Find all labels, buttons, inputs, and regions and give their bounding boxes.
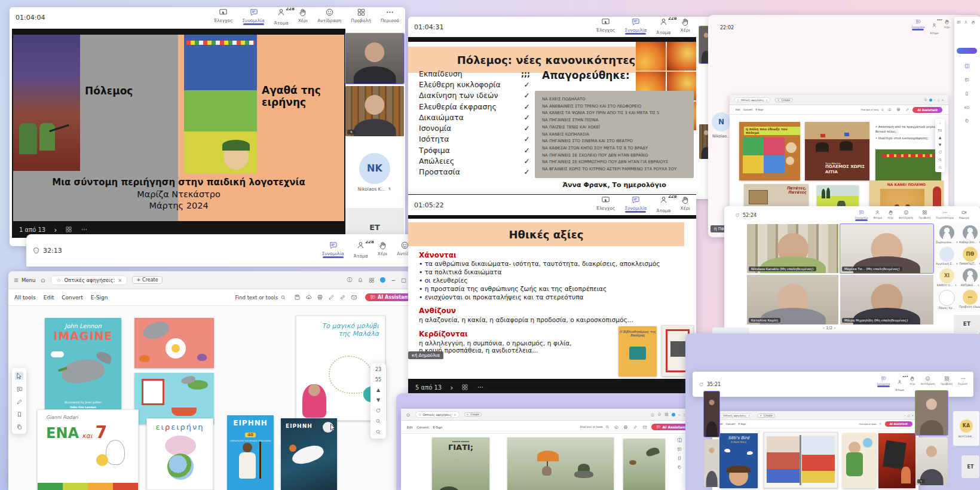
chat-button[interactable]: Συνομιλία [911,19,924,30]
print-icon[interactable] [317,294,323,301]
camera-button[interactable]: Κάμερα [959,210,969,221]
link-icon[interactable] [339,294,346,301]
maximize-button[interactable]: ▢ [908,414,910,417]
bell-icon[interactable] [657,412,662,416]
maximize-button[interactable]: ▢ [938,99,940,102]
copy-icon[interactable] [964,118,969,123]
video-pagination[interactable]: ‹ 1/2 [917,480,927,485]
roster-participant[interactable]: Πάνος Κρ... [936,290,958,310]
convert-button[interactable]: Convert [726,422,736,425]
reaction-button[interactable]: Αντίδραση [899,210,913,221]
esign-button[interactable]: E-Sign [91,295,108,301]
page-up-button[interactable]: ▲ [939,136,941,139]
bookmark-icon[interactable] [677,456,682,461]
reaction-button[interactable]: Αντίδραση [317,8,341,25]
menu-button[interactable]: Menu [13,277,35,283]
expand-panel-icon[interactable] [964,63,970,69]
home-icon[interactable] [40,277,46,283]
raise-hand-button[interactable]: Χέρι [887,210,893,221]
page-down-button[interactable]: ▼ [939,143,941,146]
esign-button[interactable]: E-Sign [433,425,442,429]
participant-tile-et[interactable]: ET [954,315,980,333]
view-button[interactable]: Προβολή [351,8,371,25]
share-control-button[interactable]: Έλεγχος [596,17,615,35]
view-button[interactable]: Προβολή [941,376,953,387]
comment-icon[interactable] [677,447,682,452]
comment-tool-icon[interactable] [16,386,23,393]
raise-hand-button[interactable]: Χέρι [944,19,950,30]
more-button[interactable]: Περισσότερα [936,210,954,221]
next-page-button[interactable]: › [54,225,57,234]
roster-participant[interactable]: XIΧΑΜΟΥ Ο... [936,268,958,287]
minimize-button[interactable]: − [904,414,906,417]
find-tools[interactable]: Find text or tools [859,422,881,425]
minimize-button[interactable]: − [678,413,681,416]
create-tab-button[interactable]: +Create [775,98,793,102]
more-button[interactable]: Περισσ [958,376,967,387]
share-control-button[interactable]: Έλεγχος [214,8,233,25]
grid-view-icon[interactable] [461,384,468,391]
webcam-strip-light[interactable] [704,439,719,487]
bell-icon[interactable] [924,98,927,102]
minimize-button[interactable]: − [391,277,396,283]
webcam-strip-dark[interactable] [704,391,719,437]
webcam-katolina[interactable]: Κατολίνα Καρλή [747,275,838,324]
more-options-icon[interactable] [477,384,484,391]
select-tool-icon[interactable] [15,372,23,380]
participant-tile-et[interactable]: ET [961,455,979,478]
people-button[interactable]: 227Άτομα [930,19,938,36]
edit-button[interactable]: Edit [44,295,54,301]
copy-icon[interactable] [677,465,682,470]
people-button[interactable]: 228Άτομα [656,17,670,37]
chat-button[interactable]: Συνομιλία [624,17,647,35]
webcam-desk[interactable] [915,437,948,485]
webcam-participant[interactable] [345,86,404,136]
people-button[interactable]: 229Άτομα [896,376,904,393]
apps-grid-icon[interactable] [369,277,375,283]
roster-participant[interactable]: AAΑΝΤΩΝΗ... [959,268,980,287]
webcam-speaker[interactable] [345,33,404,84]
find-tools[interactable]: Find text or tools [235,295,287,301]
close-button[interactable]: ✕ [942,99,944,102]
link-icon[interactable] [905,108,909,112]
upload-cloud-icon[interactable] [614,425,618,430]
raise-hand-button[interactable]: Χέρι [681,17,691,35]
minimize-button[interactable]: − [934,99,936,102]
webcam-marika[interactable]: Μαρίκα Τσ... (Μη επαληθευμένος) [840,224,933,273]
document-tab[interactable]: ☆Οπτικές αφηγήσεις;× [415,411,460,418]
find-tools[interactable]: Find text or tools [861,108,884,112]
grid-view-icon[interactable] [65,226,72,233]
star-icon[interactable]: ☆ [418,412,421,416]
participant-tile-ka[interactable]: KA ΚΟΥΤΣΙΕΚ... [953,411,979,446]
more-options-icon[interactable] [81,226,88,233]
view-button[interactable]: Προβολή [918,210,930,221]
edit-button[interactable]: Edit [736,108,740,111]
expand-panel-icon[interactable] [677,437,682,443]
convert-button[interactable]: Convert [417,425,429,429]
people-button[interactable]: 228Άτομα [656,195,670,215]
close-tab-icon[interactable]: × [454,413,456,416]
info-icon[interactable]: ⓘ [651,413,654,416]
page-down-button[interactable]: ▼ [376,397,380,403]
chat-button[interactable]: Συνομιλία [877,376,890,387]
close-tab-icon[interactable]: × [748,414,750,417]
refresh-icon[interactable] [375,408,381,414]
create-tab-button[interactable]: +Create [757,414,775,418]
esign-button[interactable]: E-Sign [739,422,746,425]
home-icon[interactable] [406,412,411,417]
video-pagination[interactable]: ‹ 1/2 › [823,326,835,330]
share-control-button[interactable]: Έλεγχος [596,195,615,213]
chat-button[interactable]: Συνομιλία [243,8,265,25]
raise-hand-button[interactable]: Χέρι [378,241,388,258]
bell-icon[interactable] [357,277,363,283]
raise-hand-button[interactable]: Χέρι [681,195,691,213]
link-icon[interactable] [633,425,638,430]
people-icon[interactable] [964,20,968,24]
ai-assistant-button[interactable]: AI Assistant [912,107,942,113]
ai-assistant-pill-partial[interactable] [957,48,977,54]
document-tab[interactable]: ☆Οπτικές αφηγήσεις;× [734,97,770,102]
info-icon[interactable]: ⓘ [347,276,352,284]
star-icon[interactable]: ☆ [737,98,739,102]
participant-tile-nk[interactable]: NK Nikolaos K... [345,139,404,206]
hand-icon[interactable] [971,20,975,24]
